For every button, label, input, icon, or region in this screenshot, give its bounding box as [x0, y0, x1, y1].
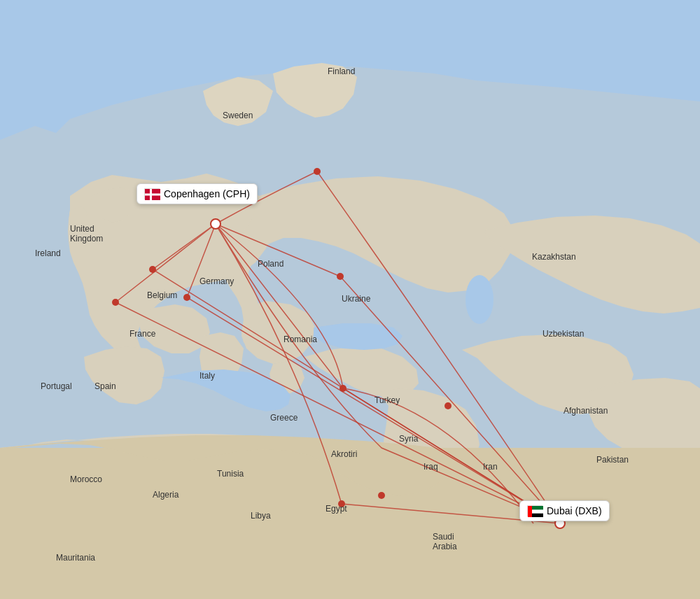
svg-rect-20: [528, 506, 532, 517]
cph-airport-label[interactable]: Copenhagen (CPH): [136, 183, 258, 204]
svg-point-8: [340, 385, 346, 392]
denmark-flag: [144, 188, 160, 199]
dxb-airport-label[interactable]: Dubai (DXB): [519, 500, 610, 521]
map-container: Finland Sweden UnitedKingdom Ireland Bel…: [0, 0, 700, 599]
svg-point-7: [337, 273, 344, 280]
svg-point-6: [183, 294, 190, 301]
cph-label-text: Copenhagen (CPH): [164, 188, 250, 199]
uae-flag: [527, 505, 542, 516]
svg-point-9: [444, 402, 451, 409]
dxb-label-text: Dubai (DXB): [547, 505, 602, 516]
svg-point-1: [465, 275, 493, 324]
svg-point-10: [338, 500, 345, 507]
svg-point-5: [112, 299, 119, 306]
svg-point-3: [314, 168, 321, 175]
svg-point-11: [378, 492, 385, 499]
svg-rect-16: [145, 194, 160, 196]
svg-point-4: [149, 266, 156, 273]
svg-point-2: [211, 219, 220, 229]
